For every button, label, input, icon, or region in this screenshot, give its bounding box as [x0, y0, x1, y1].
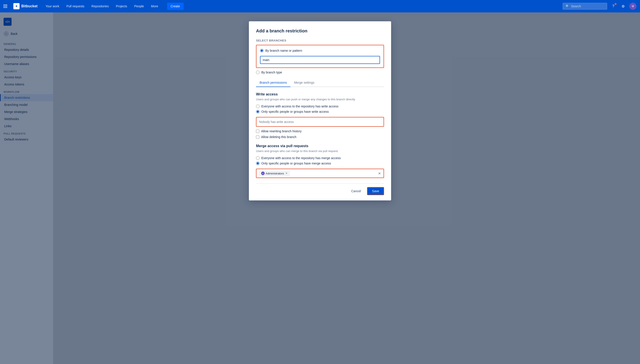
nav-people[interactable]: People: [132, 3, 147, 10]
bitbucket-logo[interactable]: ✦ Bitbucket: [13, 3, 38, 9]
branch-type-radio[interactable]: [256, 70, 260, 74]
avatar[interactable]: U: [629, 3, 636, 10]
settings-button[interactable]: ⚙: [619, 3, 627, 10]
rewrite-history-label[interactable]: Allow rewriting branch history: [261, 130, 302, 133]
administrators-tag: A Administrators ✕: [259, 171, 290, 176]
modal-title: Add a branch restriction: [256, 28, 384, 34]
merge-specific-radio[interactable]: [256, 162, 260, 165]
create-button[interactable]: Create: [167, 3, 183, 10]
write-access-title: Write access: [256, 92, 384, 96]
modal-overlay[interactable]: Add a branch restriction Select branches…: [0, 12, 640, 364]
write-specific-row: Only specific people or groups have writ…: [256, 110, 384, 114]
search-input[interactable]: [571, 4, 604, 8]
app-switcher-icon[interactable]: [4, 4, 7, 8]
tag-label: Administrators: [266, 172, 284, 175]
tab-branch-permissions[interactable]: Branch permissions: [256, 78, 290, 87]
tab-merge-settings[interactable]: Merge settings: [290, 78, 318, 87]
merge-people-tag-input-box[interactable]: A Administrators ✕ ✕: [256, 169, 384, 178]
nav-projects[interactable]: Projects: [113, 3, 130, 10]
delete-branch-checkbox[interactable]: [256, 136, 259, 139]
merge-people-input[interactable]: [291, 172, 376, 175]
bitbucket-logo-text: Bitbucket: [21, 4, 38, 8]
merge-access-radio-group: Everyone with access to the repository h…: [256, 156, 384, 165]
nav-links: Your work Pull requests Repositories Pro…: [43, 3, 161, 10]
nav-pull-requests[interactable]: Pull requests: [64, 3, 87, 10]
merge-everyone-row: Everyone with access to the repository h…: [256, 156, 384, 160]
rewrite-history-checkbox[interactable]: [256, 130, 259, 133]
nav-your-work[interactable]: Your work: [43, 3, 62, 10]
write-access-section: Write access Users and groups who can pu…: [256, 92, 384, 139]
write-specific-radio[interactable]: [256, 110, 260, 114]
delete-branch-label[interactable]: Allow deleting this branch: [261, 135, 296, 139]
rewrite-history-checkbox-row: Allow rewriting branch history: [256, 130, 384, 133]
branch-name-input[interactable]: [260, 56, 380, 64]
select-branches-label: Select branches: [256, 39, 384, 42]
branch-type-radio-label[interactable]: By branch type: [261, 70, 282, 74]
tag-icon: A: [261, 172, 265, 175]
write-access-radio-group: Everyone with access to the repository h…: [256, 104, 384, 114]
branch-name-radio-option: By branch name or pattern: [260, 49, 380, 52]
nav-repositories[interactable]: Repositories: [89, 3, 112, 10]
search-icon: 🔍: [566, 4, 569, 8]
write-everyone-radio[interactable]: [256, 104, 260, 108]
top-navigation: ✦ Bitbucket Your work Pull requests Repo…: [0, 0, 640, 12]
cancel-button[interactable]: Cancel: [348, 188, 364, 195]
modal-footer: Cancel Save: [256, 183, 384, 195]
write-people-input-box[interactable]: [256, 117, 384, 127]
write-people-input[interactable]: [259, 120, 381, 124]
merge-everyone-label[interactable]: Everyone with access to the repository h…: [261, 156, 341, 160]
help-icon: ?: [612, 4, 614, 8]
nav-more[interactable]: More: [148, 3, 161, 10]
write-specific-label[interactable]: Only specific people or groups have writ…: [261, 110, 329, 114]
write-access-desc: Users and groups who can push or merge a…: [256, 98, 384, 101]
write-everyone-label[interactable]: Everyone with access to the repository h…: [261, 104, 338, 108]
branches-box: By branch name or pattern: [256, 45, 384, 68]
clear-button[interactable]: ✕: [378, 171, 381, 176]
help-badge: [615, 3, 616, 5]
add-branch-restriction-modal: Add a branch restriction Select branches…: [249, 21, 391, 200]
modal-tabs: Branch permissions Merge settings: [256, 78, 384, 87]
merge-specific-label[interactable]: Only specific people or groups have merg…: [261, 162, 331, 165]
merge-access-title: Merge access via pull requests: [256, 144, 384, 148]
topnav-right: 🔍 ? ⚙ U: [563, 3, 636, 10]
write-everyone-row: Everyone with access to the repository h…: [256, 104, 384, 108]
delete-branch-checkbox-row: Allow deleting this branch: [256, 135, 384, 139]
merge-access-section: Merge access via pull requests Users and…: [256, 144, 384, 178]
avatar-initials: U: [632, 5, 634, 8]
merge-specific-row: Only specific people or groups have merg…: [256, 162, 384, 165]
branch-name-radio-label[interactable]: By branch name or pattern: [265, 49, 302, 52]
settings-icon: ⚙: [621, 4, 625, 8]
merge-access-desc: Users and groups who can merge to this b…: [256, 149, 384, 153]
help-button[interactable]: ?: [610, 3, 617, 10]
merge-everyone-radio[interactable]: [256, 156, 260, 160]
save-button[interactable]: Save: [367, 187, 384, 195]
search-box[interactable]: 🔍: [563, 3, 607, 10]
bitbucket-logo-icon: ✦: [13, 3, 20, 9]
branch-type-radio-option: By branch type: [256, 70, 384, 74]
tag-remove-button[interactable]: ✕: [285, 172, 288, 175]
branch-name-radio[interactable]: [260, 49, 264, 52]
